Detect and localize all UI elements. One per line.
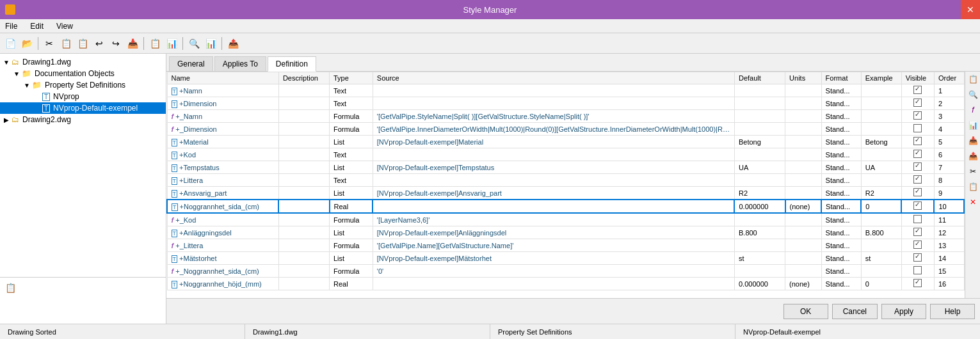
cell-source: '[GetValPipe.InnerDiameterOrWidth|Mult(1… [373,123,734,136]
cell-visible[interactable] [901,97,934,110]
tree-item-docobjects[interactable]: ▼ 📁 Documentation Objects [0,68,166,79]
visible-checkbox[interactable] [913,188,922,196]
col-header-visible[interactable]: Visible [901,72,934,84]
right-icon-3[interactable]: f [965,102,980,118]
right-icon-6[interactable]: 📤 [965,148,980,164]
cell-visible[interactable] [901,200,934,213]
right-icon-4[interactable]: 📊 [965,118,980,133]
right-icon-2[interactable]: 🔍 [965,87,980,102]
visible-checkbox[interactable] [913,150,922,158]
cell-visible[interactable] [901,84,934,97]
row-icon: T [172,100,178,108]
cell-units [785,84,822,97]
visible-checkbox[interactable] [913,228,922,236]
col-header-format[interactable]: Format [821,72,861,84]
toolbar-redo[interactable]: ↪ [108,36,124,51]
visible-checkbox[interactable] [913,124,922,132]
cell-visible[interactable] [901,239,934,252]
tab-applies-to[interactable]: Applies To [214,56,266,71]
drawing1-icon: 🗂 [12,58,19,67]
help-button[interactable]: Help [930,304,975,319]
tree-item-propsetdefs[interactable]: ▼ 📁 Property Set Definitions [0,79,166,91]
visible-checkbox[interactable] [913,240,922,249]
col-header-example[interactable]: Example [861,72,901,84]
cell-source [373,200,734,213]
cancel-button[interactable]: Cancel [832,304,878,319]
cell-order: 14 [934,252,964,265]
tree-item-nvprop-default[interactable]: ▶ T NVprop-Default-exempel [0,102,166,114]
right-icon-9[interactable]: ✕ [965,194,980,210]
cell-visible[interactable] [901,148,934,161]
table-container: Name Description Type Source Default Uni… [166,72,965,298]
col-header-source[interactable]: Source [373,72,734,84]
cell-default [734,123,785,136]
visible-checkbox[interactable] [913,137,922,145]
col-header-type[interactable]: Type [330,72,373,84]
visible-checkbox[interactable] [913,86,922,94]
toolbar-import[interactable]: 📥 [125,36,140,51]
tree-item-drawing2[interactable]: ▶ 🗂 Drawing2.dwg [0,114,166,125]
right-icon-7[interactable]: ✂ [965,164,980,179]
visible-checkbox[interactable] [913,111,922,120]
visible-checkbox[interactable] [913,201,922,210]
right-icon-8[interactable]: 📋 [965,179,980,194]
tree-item-nvprop[interactable]: ▶ T NVprop [0,91,166,102]
cell-visible[interactable] [901,278,934,290]
tab-general[interactable]: General [169,56,213,71]
cell-visible[interactable] [901,174,934,187]
col-header-order[interactable]: Order [934,72,964,84]
cell-source [373,148,734,161]
cell-visible[interactable] [901,110,934,123]
col-header-units[interactable]: Units [785,72,822,84]
cell-visible[interactable] [901,161,934,174]
toolbar-cut[interactable]: ✂ [42,36,57,51]
menu-edit[interactable]: Edit [28,20,46,32]
toolbar-paste[interactable]: 📋 [75,36,90,51]
cell-units [785,174,822,187]
ok-button[interactable]: OK [783,304,828,319]
cell-visible[interactable] [901,123,934,136]
toolbar-chart[interactable]: 📊 [203,36,218,51]
row-name-text: +Littera [179,177,203,184]
toolbar-undo[interactable]: ↩ [92,36,107,51]
app-icon [5,4,15,15]
visible-checkbox[interactable] [913,99,922,107]
visible-checkbox[interactable] [913,266,922,274]
table-row: f +_Dimension Formula '[GetValPipe.Inner… [167,123,964,136]
tab-definition[interactable]: Definition [268,56,316,72]
toolbar-sep-4 [221,37,222,50]
cell-visible[interactable] [901,252,934,265]
toolbar-open[interactable]: 📂 [19,36,35,51]
cell-default: B.800 [734,226,785,239]
cell-visible[interactable] [901,265,934,278]
cell-example [861,110,901,123]
tree-item-drawing1[interactable]: ▼ 🗂 Drawing1.dwg [0,56,166,68]
cell-visible[interactable] [901,226,934,239]
col-header-desc[interactable]: Description [278,72,329,84]
close-button[interactable]: ✕ [961,0,980,19]
visible-checkbox[interactable] [913,175,922,184]
apply-button[interactable]: Apply [881,304,926,319]
toolbar-view2[interactable]: 📊 [164,36,179,51]
cell-visible[interactable] [901,213,934,226]
visible-checkbox[interactable] [913,279,922,287]
toolbar-copy[interactable]: 📋 [58,36,74,51]
menu-view[interactable]: View [54,20,76,32]
toolbar-filter[interactable]: 🔍 [186,36,202,51]
toolbar-view1[interactable]: 📋 [147,36,163,51]
col-header-default[interactable]: Default [734,72,785,84]
cell-visible[interactable] [901,136,934,148]
toolbar-export[interactable]: 📤 [225,36,241,51]
right-icon-1[interactable]: 📋 [965,72,980,87]
menu-file[interactable]: File [3,20,20,32]
left-bottom-btn[interactable]: 📋 [3,280,18,296]
cell-example: 0 [861,200,901,213]
toolbar-new[interactable]: 📄 [3,36,18,51]
right-icon-5[interactable]: 📥 [965,133,980,148]
cell-name: T +Noggrannhet_höjd_(mm) [167,278,278,290]
cell-visible[interactable] [901,187,934,200]
col-header-name[interactable]: Name [167,72,278,84]
visible-checkbox[interactable] [913,162,922,171]
visible-checkbox[interactable] [913,253,922,262]
visible-checkbox[interactable] [913,215,922,223]
